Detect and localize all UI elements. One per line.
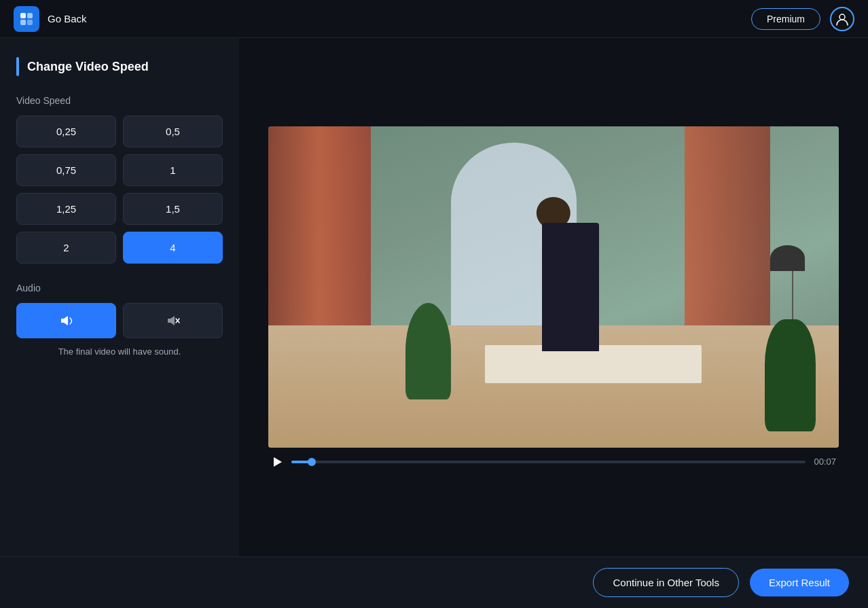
svg-rect-2: [20, 20, 26, 25]
audio-label: Audio: [16, 283, 223, 293]
audio-section: Audio The final video will have sou: [16, 283, 223, 357]
sidebar: Change Video Speed Video Speed 0,25 0,5 …: [0, 38, 239, 556]
sidebar-title-bar: [16, 57, 19, 76]
video-speed-label: Video Speed: [16, 95, 223, 106]
video-frame: [268, 126, 839, 448]
svg-rect-0: [20, 13, 26, 18]
sidebar-title: Change Video Speed: [27, 60, 149, 74]
audio-mute-button[interactable]: [123, 303, 223, 338]
speed-btn-075[interactable]: 0,75: [16, 154, 116, 186]
svg-marker-6: [168, 316, 175, 325]
speed-btn-05[interactable]: 0,5: [123, 115, 223, 147]
audio-sound-button[interactable]: [16, 303, 116, 338]
video-wrapper: 00:07: [268, 126, 839, 468]
progress-bar[interactable]: [291, 461, 806, 463]
speed-btn-15[interactable]: 1,5: [123, 193, 223, 225]
play-button[interactable]: [271, 456, 283, 468]
speed-grid: 0,25 0,5 0,75 1 1,25 1,5 2 4: [16, 115, 223, 264]
app-header: Go Back Premium: [0, 0, 868, 38]
go-back-link[interactable]: Go Back: [48, 13, 87, 24]
svg-point-4: [839, 14, 845, 20]
svg-rect-3: [27, 20, 33, 25]
svg-marker-9: [274, 457, 282, 467]
user-avatar[interactable]: [830, 7, 854, 31]
main-content: Change Video Speed Video Speed 0,25 0,5 …: [0, 38, 868, 556]
speed-btn-1[interactable]: 1: [123, 154, 223, 186]
lamp-head: [770, 245, 804, 271]
speed-btn-4[interactable]: 4: [123, 232, 223, 264]
sidebar-title-wrapper: Change Video Speed: [16, 57, 223, 76]
footer: Continue in Other Tools Export Result: [0, 556, 868, 608]
premium-button[interactable]: Premium: [751, 8, 820, 30]
continue-button[interactable]: Continue in Other Tools: [593, 568, 738, 597]
progress-dot: [308, 458, 316, 466]
video-controls: 00:07: [268, 448, 839, 468]
person-body: [542, 223, 599, 351]
video-area: 00:07: [239, 38, 868, 556]
time-display: 00:07: [814, 457, 836, 467]
app-logo: [14, 6, 39, 32]
audio-grid: [16, 303, 223, 338]
plant-left: [405, 303, 451, 399]
video-scene: [268, 126, 839, 448]
speed-btn-125[interactable]: 1,25: [16, 193, 116, 225]
plant-right: [765, 319, 816, 431]
export-button[interactable]: Export Result: [750, 569, 849, 596]
speed-btn-025[interactable]: 0,25: [16, 115, 116, 147]
svg-marker-5: [61, 316, 68, 325]
audio-note: The final video will have sound.: [16, 346, 223, 357]
speed-btn-2[interactable]: 2: [16, 232, 116, 264]
svg-rect-1: [27, 13, 33, 18]
